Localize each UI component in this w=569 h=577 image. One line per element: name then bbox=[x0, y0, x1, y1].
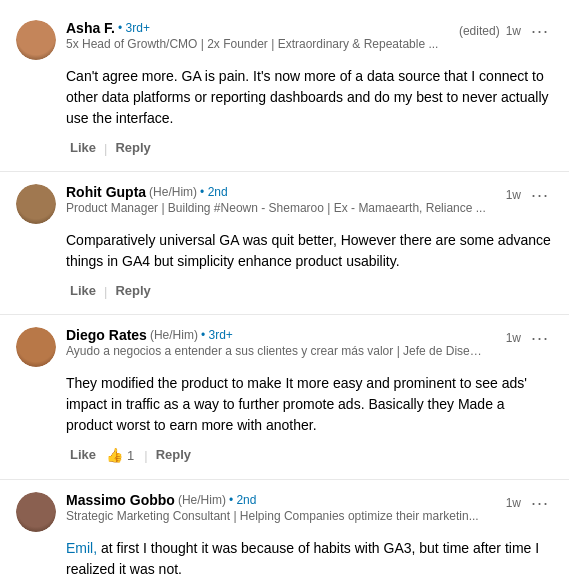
name-row: Rohit Gupta (He/Him) • 2nd bbox=[66, 184, 506, 200]
action-divider: | bbox=[144, 448, 147, 463]
more-options-icon[interactable]: ··· bbox=[527, 184, 553, 206]
comment-body: Can't agree more. GA is pain. It's now m… bbox=[66, 66, 553, 129]
comment-body: Emil, at first I thought it was because … bbox=[66, 538, 553, 577]
more-options-icon[interactable]: ··· bbox=[527, 20, 553, 42]
commenter-pronouns: (He/Him) bbox=[149, 185, 197, 199]
commenter-name: Massimo Gobbo bbox=[66, 492, 175, 508]
commenter-info: Asha F. • 3rd+5x Head of Growth/CMO | 2x… bbox=[66, 20, 459, 53]
avatar bbox=[16, 20, 56, 60]
comment-meta: 1w··· bbox=[506, 492, 553, 514]
comment-time: 1w bbox=[506, 24, 521, 38]
comment-actions: Like|Reply bbox=[66, 137, 553, 159]
comment-text: They modified the product to make It mor… bbox=[66, 373, 553, 436]
comment-time: 1w bbox=[506, 331, 521, 345]
comment-item-rohit: Rohit Gupta (He/Him) • 2ndProduct Manage… bbox=[0, 172, 569, 315]
reply-button[interactable]: Reply bbox=[111, 137, 154, 159]
comment-item-massimo: Massimo Gobbo (He/Him) • 2ndStrategic Ma… bbox=[0, 480, 569, 577]
comment-header: Rohit Gupta (He/Him) • 2ndProduct Manage… bbox=[16, 184, 553, 224]
commenter-info: Rohit Gupta (He/Him) • 2ndProduct Manage… bbox=[66, 184, 506, 217]
commenter-title: Ayudo a negocios a entender a sus client… bbox=[66, 344, 486, 360]
like-button[interactable]: Like bbox=[66, 280, 100, 302]
comment-time: 1w bbox=[506, 496, 521, 510]
commenter-name: Diego Rates bbox=[66, 327, 147, 343]
reaction-count: 1 bbox=[127, 448, 134, 463]
comment-body: They modified the product to make It mor… bbox=[66, 373, 553, 436]
commenter-pronouns: (He/Him) bbox=[150, 328, 198, 342]
connection-badge: • 3rd+ bbox=[118, 21, 150, 35]
name-row: Diego Rates (He/Him) • 3rd+ bbox=[66, 327, 506, 343]
connection-badge: • 3rd+ bbox=[201, 328, 233, 342]
comment-text: Comparatively universal GA was quit bett… bbox=[66, 230, 553, 272]
connection-badge: • 2nd bbox=[229, 493, 257, 507]
comment-text: Emil, at first I thought it was because … bbox=[66, 538, 553, 577]
comment-body: Comparatively universal GA was quit bett… bbox=[66, 230, 553, 272]
comment-actions: Like👍1|Reply bbox=[66, 444, 553, 466]
like-emoji: 👍 bbox=[106, 447, 123, 463]
comment-header: Asha F. • 3rd+5x Head of Growth/CMO | 2x… bbox=[16, 20, 553, 60]
comment-meta: 1w··· bbox=[506, 327, 553, 349]
commenter-title: Product Manager | Building #Neown - Shem… bbox=[66, 201, 486, 217]
commenter-title: 5x Head of Growth/CMO | 2x Founder | Ext… bbox=[66, 37, 459, 53]
action-divider: | bbox=[104, 284, 107, 299]
commenter-name: Asha F. bbox=[66, 20, 115, 36]
more-options-icon[interactable]: ··· bbox=[527, 327, 553, 349]
comment-header: Massimo Gobbo (He/Him) • 2ndStrategic Ma… bbox=[16, 492, 553, 532]
comment-actions: Like|Reply bbox=[66, 280, 553, 302]
commenter-name: Rohit Gupta bbox=[66, 184, 146, 200]
connection-badge: • 2nd bbox=[200, 185, 228, 199]
commenter-info: Diego Rates (He/Him) • 3rd+Ayudo a negoc… bbox=[66, 327, 506, 360]
avatar bbox=[16, 492, 56, 532]
like-button[interactable]: Like bbox=[66, 444, 100, 466]
comment-time: 1w bbox=[506, 188, 521, 202]
commenter-pronouns: (He/Him) bbox=[178, 493, 226, 507]
commenter-title: Strategic Marketing Consultant | Helping… bbox=[66, 509, 486, 525]
reply-button[interactable]: Reply bbox=[111, 280, 154, 302]
comment-text: Can't agree more. GA is pain. It's now m… bbox=[66, 66, 553, 129]
more-options-icon[interactable]: ··· bbox=[527, 492, 553, 514]
commenter-info: Massimo Gobbo (He/Him) • 2ndStrategic Ma… bbox=[66, 492, 506, 525]
comment-item-diego: Diego Rates (He/Him) • 3rd+Ayudo a negoc… bbox=[0, 315, 569, 479]
edited-label: (edited) bbox=[459, 24, 500, 38]
avatar bbox=[16, 327, 56, 367]
avatar bbox=[16, 184, 56, 224]
comments-container: Asha F. • 3rd+5x Head of Growth/CMO | 2x… bbox=[0, 0, 569, 577]
comment-meta: 1w··· bbox=[506, 184, 553, 206]
reply-button[interactable]: Reply bbox=[152, 444, 195, 466]
comment-header: Diego Rates (He/Him) • 3rd+Ayudo a negoc… bbox=[16, 327, 553, 367]
name-row: Asha F. • 3rd+ bbox=[66, 20, 459, 36]
like-button[interactable]: Like bbox=[66, 137, 100, 159]
reaction-row: 👍1 bbox=[106, 447, 134, 463]
comment-meta: (edited)1w··· bbox=[459, 20, 553, 42]
action-divider: | bbox=[104, 141, 107, 156]
mention-link[interactable]: Emil, bbox=[66, 540, 97, 556]
name-row: Massimo Gobbo (He/Him) • 2nd bbox=[66, 492, 506, 508]
comment-item-asha: Asha F. • 3rd+5x Head of Growth/CMO | 2x… bbox=[0, 8, 569, 172]
